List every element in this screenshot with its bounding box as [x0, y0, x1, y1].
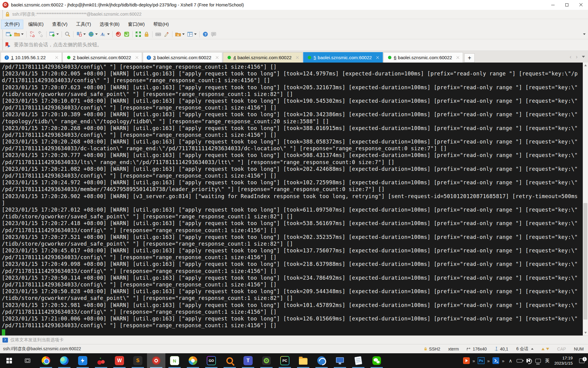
session-count-selector[interactable]: 6 会话 — [516, 346, 534, 352]
toolbar-grip[interactable] — [2, 29, 3, 39]
open-dropdown-caret[interactable] — [21, 33, 24, 35]
menu-help[interactable]: 帮助(H) — [150, 20, 172, 29]
session-properties-button[interactable] — [48, 30, 60, 38]
taskbar-notes[interactable] — [349, 353, 368, 368]
taskbar-xshell-active[interactable] — [147, 353, 165, 368]
tab-scroll-right-icon[interactable]: › — [576, 54, 578, 60]
new-session-button[interactable] — [5, 30, 13, 38]
tab-close-icon[interactable] — [55, 56, 58, 59]
new-tab-button[interactable]: + — [464, 53, 475, 63]
taskbar-sublime[interactable]: S — [129, 353, 147, 368]
open-sessions-button[interactable] — [13, 30, 24, 38]
taskbar-clock[interactable]: 17:19 2023/1/15 — [552, 355, 576, 366]
taskbar-goland[interactable]: GO — [202, 353, 221, 368]
scroll-up-icon[interactable] — [584, 64, 587, 66]
battery-status[interactable] — [515, 359, 524, 362]
hidden-icons-button[interactable] — [506, 358, 515, 364]
minimize-button[interactable] — [546, 0, 560, 10]
taskbar-browser-360[interactable] — [312, 353, 331, 368]
taskbar-thunder[interactable] — [74, 353, 92, 368]
taskbar-cherry[interactable] — [92, 353, 110, 368]
menu-edit[interactable]: 编辑(E) — [25, 20, 47, 29]
tray-chevron-icon[interactable] — [471, 358, 477, 363]
maximize-button[interactable] — [560, 0, 574, 10]
tab-scroll-left-icon[interactable]: ‹ — [570, 54, 571, 60]
network-status[interactable] — [533, 359, 543, 363]
menu-window[interactable]: 窗口(W) — [125, 20, 148, 29]
tab-close-icon[interactable] — [376, 56, 379, 59]
font-dropdown-caret[interactable] — [107, 33, 110, 35]
session-tab-3[interactable]: 3 baolei.sznsmic.com:60022 — [143, 52, 222, 63]
taskbar-teams[interactable]: T — [239, 353, 257, 368]
close-button[interactable] — [574, 0, 588, 10]
taskbar-xftp[interactable] — [257, 353, 276, 368]
tray-photoshop[interactable]: Ps — [477, 357, 486, 364]
compose-pen-button[interactable] — [163, 30, 170, 38]
session-url[interactable]: ssh://郭彦良:******************************… — [12, 12, 141, 17]
taskbar-navicat[interactable] — [184, 353, 202, 368]
taskbar-chrome[interactable] — [37, 353, 55, 368]
xftp-button[interactable] — [123, 30, 130, 38]
help-button[interactable]: ? — [202, 30, 209, 38]
session-tab-5-active[interactable]: 5 baolei.sznsmic.com:60022 — [303, 52, 383, 63]
menu-tools[interactable]: 工具(T) — [73, 20, 94, 29]
disconnect-button[interactable] — [28, 30, 36, 38]
web-dropdown-caret[interactable] — [95, 33, 98, 35]
reconnect-button[interactable] — [37, 30, 44, 38]
scroll-down-icon[interactable] — [584, 332, 587, 334]
session-tab-6[interactable]: 6 baolei.sznsmic.com:60022 — [383, 52, 463, 63]
tray-recorder[interactable] — [462, 357, 471, 364]
terminal-output[interactable]: /pd/7117811114293634033/config\" "] [res… — [0, 63, 583, 335]
find-button[interactable] — [64, 30, 71, 38]
send-terminal-icon[interactable] — [2, 338, 8, 343]
ime-indicator[interactable]: 英 — [543, 358, 552, 364]
session-tab-2[interactable]: 2 baolei.sznsmic.com:60022 — [62, 52, 142, 63]
xshell-button[interactable] — [115, 30, 122, 38]
add-session-flag-icon[interactable] — [5, 42, 11, 48]
new-folder-button[interactable] — [174, 30, 186, 38]
terminal-scrollbar[interactable] — [583, 63, 588, 335]
session-tab-1[interactable]: 1 10.195.56.1:22 — [1, 52, 62, 63]
session-tab-4[interactable]: 4 baolei.sznsmic.com:60022 — [223, 52, 303, 63]
session-up-icon[interactable] — [541, 348, 545, 350]
menu-tab[interactable]: 选项卡(B) — [96, 20, 123, 29]
start-button[interactable] — [0, 353, 18, 368]
folder-dropdown-caret[interactable] — [182, 33, 185, 35]
menu-view[interactable]: 查看(V) — [49, 20, 71, 29]
clipboard-panes-button[interactable] — [75, 30, 87, 38]
notification-center-button[interactable]: 1 — [576, 358, 588, 363]
font-button[interactable]: A A — [99, 30, 111, 38]
session-down-icon[interactable] — [546, 348, 549, 350]
drag-grip[interactable] — [2, 10, 3, 19]
tray-chevron-icon[interactable] — [486, 358, 491, 363]
menu-file[interactable]: 文件(F) — [1, 20, 23, 29]
taskbar-search-tool[interactable] — [221, 353, 239, 368]
taskbar-file-explorer[interactable] — [294, 353, 312, 368]
task-view-button[interactable] — [18, 353, 37, 368]
taskbar-pycharm[interactable]: PC — [276, 353, 294, 368]
lock-screen-button[interactable] — [143, 30, 150, 38]
tab-close-icon[interactable] — [135, 56, 139, 59]
tab-close-icon[interactable] — [456, 56, 460, 59]
session-prev-next[interactable] — [541, 348, 549, 350]
send-bar-message[interactable]: 仅将文本发送到当前选项卡 — [10, 337, 64, 343]
tab-close-icon[interactable] — [215, 56, 219, 59]
taskbar-notepad-plus-plus[interactable]: N — [165, 353, 184, 368]
tray-chevron-icon[interactable] — [500, 358, 506, 363]
properties-dropdown-caret[interactable] — [56, 33, 59, 35]
virtual-keyboard-button[interactable] — [154, 30, 162, 38]
taskbar-wps[interactable]: W — [110, 353, 129, 368]
taskbar-edge[interactable] — [55, 353, 74, 368]
tray-console[interactable] — [491, 357, 500, 364]
layout-dropdown-caret[interactable] — [194, 33, 197, 35]
tab-list-caret[interactable] — [582, 56, 585, 58]
volume-control[interactable] — [524, 359, 533, 362]
taskbar-wechat[interactable] — [368, 353, 386, 368]
tab-close-icon[interactable] — [296, 56, 299, 59]
tile-layout-button[interactable] — [186, 30, 198, 38]
full-screen-button[interactable] — [134, 30, 142, 38]
feedback-button[interactable] — [210, 30, 217, 38]
web-browser-button[interactable] — [87, 30, 99, 38]
panes-dropdown-caret[interactable] — [83, 33, 86, 35]
scrollbar-thumb[interactable] — [583, 203, 587, 320]
